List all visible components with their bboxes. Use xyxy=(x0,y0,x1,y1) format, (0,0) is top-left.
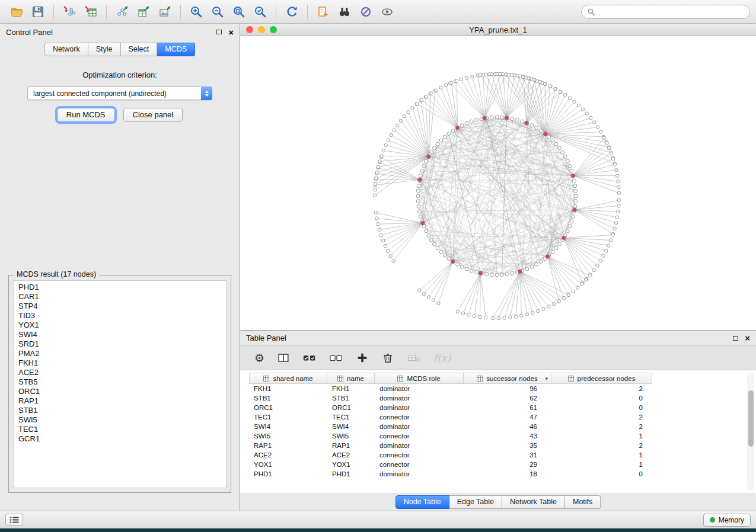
result-node-item[interactable]: ORC1 xyxy=(18,387,226,396)
add-row-button[interactable] xyxy=(356,351,369,364)
open-session-button[interactable] xyxy=(7,3,27,21)
result-node-item[interactable]: GCR1 xyxy=(18,434,226,444)
tab-style[interactable]: Style xyxy=(88,43,121,56)
show-hide-details-button[interactable] xyxy=(377,3,397,21)
network-canvas[interactable] xyxy=(240,36,756,330)
table-row[interactable]: ORC1ORC1dominator610 xyxy=(249,403,652,412)
cell-successors: 29 xyxy=(464,461,551,468)
import-table-button[interactable] xyxy=(81,3,101,21)
result-node-item[interactable]: SWI4 xyxy=(18,330,226,339)
table-settings-button[interactable]: ⚙ xyxy=(254,352,264,364)
memory-button[interactable]: Memory xyxy=(703,514,751,527)
mcds-result-list[interactable]: PHD1CAR1STP4TID3YOX1SWI4SRD1PMA2FKH1ACE2… xyxy=(13,280,227,488)
network-window-titlebar[interactable]: YPA_prune.txt_1 xyxy=(240,24,756,36)
float-panel-icon[interactable] xyxy=(733,336,738,341)
network-graph[interactable] xyxy=(240,36,755,330)
zoom-fit-button[interactable] xyxy=(229,3,249,21)
export-image-button[interactable] xyxy=(155,3,175,21)
close-panel-button[interactable]: Close panel xyxy=(123,108,183,122)
select-all-button[interactable] xyxy=(302,351,317,364)
search-input[interactable] xyxy=(599,7,744,17)
tab-edge-table[interactable]: Edge Table xyxy=(449,495,502,509)
control-panel-title: Control Panel xyxy=(6,28,53,37)
column-header-name[interactable]: name xyxy=(327,373,375,384)
result-node-item[interactable]: STB1 xyxy=(18,406,226,415)
task-history-button[interactable] xyxy=(5,514,23,526)
export-network-button[interactable] xyxy=(112,3,132,21)
scrollbar-thumb[interactable] xyxy=(748,390,754,447)
tab-motifs[interactable]: Motifs xyxy=(565,495,601,509)
table-scrollbar[interactable] xyxy=(747,373,754,491)
table-row[interactable]: TEC1TEC1connector472 xyxy=(249,412,652,422)
window-maximize-light[interactable] xyxy=(270,26,277,33)
float-panel-icon[interactable] xyxy=(216,30,222,34)
zoom-out-button[interactable] xyxy=(208,3,228,21)
close-panel-icon[interactable]: × xyxy=(745,334,750,342)
result-node-item[interactable]: PMA2 xyxy=(18,349,226,358)
cell-shared-name: SWI4 xyxy=(249,423,327,430)
zoom-selected-button[interactable] xyxy=(250,3,270,21)
import-table-toolbar-button[interactable] xyxy=(407,351,421,364)
table-row[interactable]: YOX1YOX1connector291 xyxy=(249,460,652,469)
result-node-item[interactable]: SWI5 xyxy=(18,415,226,425)
tab-select[interactable]: Select xyxy=(121,43,158,56)
apply-layout-button[interactable] xyxy=(282,3,302,21)
tab-network[interactable]: Network xyxy=(44,43,88,56)
cell-predecessors: 1 xyxy=(551,432,652,440)
cell-successors: 31 xyxy=(464,451,551,459)
cell-predecessors: 1 xyxy=(551,461,652,468)
search-network-button[interactable] xyxy=(334,3,355,21)
window-close-light[interactable] xyxy=(246,26,253,33)
table-row[interactable]: STB1STB1dominator620 xyxy=(249,393,652,403)
result-node-item[interactable]: SRD1 xyxy=(18,339,226,349)
result-node-item[interactable]: TID3 xyxy=(18,311,226,321)
result-node-item[interactable]: RAP1 xyxy=(18,396,226,406)
import-network-button[interactable] xyxy=(59,3,79,21)
import-table-icon xyxy=(84,5,98,19)
export-web-button[interactable] xyxy=(313,3,333,21)
result-node-item[interactable]: STB5 xyxy=(18,377,226,387)
result-node-item[interactable]: FKH1 xyxy=(18,358,226,368)
column-header-successor-nodes[interactable]: successor nodes▾ xyxy=(464,373,551,384)
delete-rows-button[interactable] xyxy=(381,351,394,364)
table-row[interactable]: PHD1PHD1dominator180 xyxy=(249,469,652,479)
show-columns-button[interactable] xyxy=(277,351,290,364)
table-row[interactable]: SWI5SWI5connector431 xyxy=(249,431,652,441)
criterion-select[interactable]: largest connected component (undirected) xyxy=(27,86,212,100)
result-node-item[interactable]: ACE2 xyxy=(18,368,226,377)
cell-role: connector xyxy=(375,414,464,421)
tab-network-table[interactable]: Network Table xyxy=(502,495,565,509)
cell-successors: 43 xyxy=(464,432,551,440)
save-disk-icon xyxy=(31,5,45,19)
table-row[interactable]: SWI4SWI4dominator462 xyxy=(249,422,652,431)
column-header-mcds-role[interactable]: MCDS role xyxy=(375,373,464,384)
function-builder-button[interactable]: f(x) xyxy=(433,352,451,364)
cell-shared-name: ACE2 xyxy=(249,451,327,459)
zoom-in-button[interactable] xyxy=(186,3,206,21)
cell-successors: 46 xyxy=(464,423,551,430)
import-network-icon xyxy=(62,5,76,19)
result-node-item[interactable]: YOX1 xyxy=(18,321,226,330)
result-node-item[interactable]: TEC1 xyxy=(18,425,226,434)
column-header-shared-name[interactable]: shared name xyxy=(249,373,327,384)
sort-arrow-icon[interactable]: ▾ xyxy=(545,376,548,382)
save-session-button[interactable] xyxy=(28,3,48,21)
deselect-all-button[interactable] xyxy=(329,351,343,364)
mcds-result-title: MCDS result (17 nodes) xyxy=(14,270,99,278)
result-node-item[interactable]: STP4 xyxy=(18,302,226,311)
table-row[interactable]: RAP1RAP1dominator352 xyxy=(249,441,652,450)
window-minimize-light[interactable] xyxy=(258,26,265,33)
result-node-item[interactable]: PHD1 xyxy=(18,283,226,292)
export-table-button[interactable] xyxy=(133,3,154,21)
select-all-icon xyxy=(302,351,317,364)
tab-node-table[interactable]: Node Table xyxy=(395,495,449,509)
table-row[interactable]: FKH1FKH1dominator962 xyxy=(249,384,652,393)
table-panel: Table Panel × ⚙ xyxy=(240,331,756,511)
apply-style-button[interactable] xyxy=(356,3,376,21)
result-node-item[interactable]: CAR1 xyxy=(18,292,226,302)
table-row[interactable]: ACE2ACE2connector311 xyxy=(249,450,652,460)
column-header-predecessor-nodes[interactable]: predecessor nodes xyxy=(551,373,652,384)
run-mcds-button[interactable]: Run MCDS xyxy=(57,108,115,122)
tab-mcds[interactable]: MCDS xyxy=(157,43,195,56)
close-panel-icon[interactable]: × xyxy=(228,28,234,37)
